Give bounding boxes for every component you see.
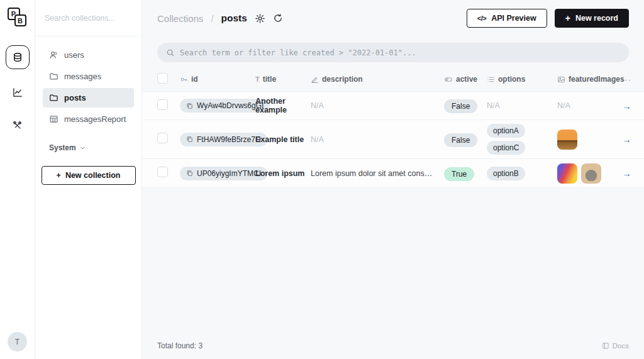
expand-record-arrow[interactable]: → — [622, 134, 631, 145]
pencil-icon — [311, 75, 319, 84]
folder-icon — [49, 72, 58, 81]
record-id: WyAw4bDrvws6gGI — [197, 101, 264, 110]
collection-list: usersmessagespostsmessagesReport — [35, 36, 142, 131]
table-body: WyAw4bDrvws6gGIAnother exampleN/AFalseN/… — [142, 91, 644, 188]
docs-link[interactable]: Docs — [602, 342, 629, 350]
record-description: Lorem ipsum dolor sit amet consectetur..… — [311, 169, 444, 178]
pocketbase-logo[interactable]: P B — [8, 8, 28, 28]
logs-nav-button[interactable] — [6, 80, 30, 104]
row-checkbox[interactable] — [157, 99, 168, 110]
rainbow-art-thumbnail[interactable] — [557, 163, 577, 184]
column-header-options[interactable]: options — [487, 75, 557, 84]
user-avatar[interactable]: T — [8, 332, 27, 351]
folder-icon — [49, 93, 58, 102]
copy-icon — [186, 136, 193, 143]
system-collections-toggle[interactable]: System — [35, 131, 142, 152]
breadcrumb-separator: / — [211, 13, 213, 24]
docs-label: Docs — [613, 342, 629, 350]
plus-icon: + — [57, 171, 61, 180]
record-description: N/A — [311, 135, 444, 144]
new-record-button[interactable]: + New record — [555, 9, 629, 28]
option-pill: optionB — [487, 167, 525, 180]
breadcrumb-collections[interactable]: Collections — [157, 13, 203, 24]
sidebar-search — [35, 0, 142, 36]
record-id-pill[interactable]: UP06yiygImYTMCI — [180, 167, 267, 180]
database-icon — [12, 52, 23, 63]
sidebar-item-label: messagesReport — [64, 114, 126, 124]
sidebar-item-users[interactable]: users — [43, 45, 134, 65]
new-record-label: New record — [575, 14, 618, 23]
system-label: System — [49, 143, 76, 152]
table-row[interactable]: FtHAW9feB5rze7DExample titleN/AFalseopti… — [142, 120, 644, 159]
search-icon — [166, 48, 175, 57]
api-preview-button[interactable]: </> API Preview — [467, 9, 547, 28]
tools-icon — [12, 120, 23, 131]
option-pill: optionA — [487, 124, 525, 138]
record-title: Example title — [255, 135, 311, 144]
option-pill: optionC — [487, 141, 525, 155]
text-icon: T — [255, 75, 260, 83]
records-search-bar — [157, 43, 629, 62]
column-header-description[interactable]: description — [311, 75, 444, 84]
active-badge: True — [444, 167, 474, 181]
record-title: Lorem ipsum — [255, 169, 311, 178]
expand-record-arrow[interactable]: → — [622, 101, 631, 111]
column-header-title[interactable]: T title — [255, 75, 311, 84]
active-badge: False — [444, 133, 477, 147]
select-all-checkbox[interactable] — [157, 73, 168, 84]
column-header-active[interactable]: active — [444, 75, 487, 84]
options-na: N/A — [487, 101, 500, 110]
icon-rail: P B T — [0, 0, 35, 359]
new-collection-label: New collection — [65, 171, 121, 180]
sidebar-item-messagesReport[interactable]: messagesReport — [43, 109, 134, 129]
collection-settings-button[interactable] — [255, 13, 265, 24]
search-collections-input[interactable] — [45, 14, 132, 23]
expand-record-arrow[interactable]: → — [622, 168, 631, 179]
records-filter-input[interactable] — [180, 48, 620, 57]
column-header-id[interactable]: id — [180, 75, 255, 84]
row-checkbox[interactable] — [157, 133, 168, 143]
copy-icon — [186, 170, 193, 177]
sidebar-item-label: posts — [64, 93, 86, 102]
record-id-pill[interactable]: FtHAW9feB5rze7D — [180, 133, 267, 146]
breadcrumb-current-collection: posts — [221, 13, 247, 24]
record-featured-images: N/A — [557, 101, 620, 110]
key-icon — [180, 75, 188, 84]
new-collection-button[interactable]: + New collection — [42, 166, 136, 185]
settings-nav-button[interactable] — [6, 113, 30, 137]
record-featured-images — [557, 163, 620, 184]
sidebar-item-posts[interactable]: posts — [43, 88, 134, 108]
users-icon — [49, 50, 58, 60]
table-footer: Total found: 3 Docs — [142, 333, 644, 359]
collections-nav-button[interactable] — [6, 45, 30, 69]
toggle-icon — [444, 75, 453, 84]
logo-letter-b: B — [14, 14, 26, 26]
chart-icon — [12, 87, 23, 98]
sunset-thumbnail[interactable] — [557, 130, 577, 150]
sidebar-item-messages[interactable]: messages — [43, 67, 134, 86]
table-row[interactable]: WyAw4bDrvws6gGIAnother exampleN/AFalseN/… — [142, 91, 644, 120]
sidebar-item-label: messages — [64, 72, 101, 81]
record-description: N/A — [311, 101, 444, 110]
table-row[interactable]: UP06yiygImYTMCILorem ipsumLorem ipsum do… — [142, 159, 644, 188]
image-icon — [557, 75, 565, 84]
column-header-featured-images[interactable]: featuredImages — [557, 75, 620, 84]
active-badge: False — [444, 99, 477, 113]
record-options: N/A — [487, 101, 557, 110]
plus-icon: + — [565, 13, 570, 23]
table-icon — [49, 114, 58, 124]
cat-thumbnail[interactable] — [581, 163, 601, 184]
total-found-label: Total found: 3 — [157, 341, 203, 350]
record-featured-images — [557, 130, 620, 150]
record-options: optionB — [487, 167, 557, 180]
record-id: UP06yiygImYTMCI — [197, 169, 261, 178]
book-icon — [602, 342, 609, 350]
record-id: FtHAW9feB5rze7D — [197, 135, 261, 144]
code-icon: </> — [477, 14, 486, 22]
row-checkbox[interactable] — [157, 167, 168, 177]
column-options-menu-button[interactable]: ··· — [621, 75, 631, 84]
refresh-button[interactable] — [273, 13, 283, 23]
record-options: optionAoptionC — [487, 124, 557, 155]
copy-icon — [186, 102, 193, 109]
list-icon — [487, 75, 495, 84]
